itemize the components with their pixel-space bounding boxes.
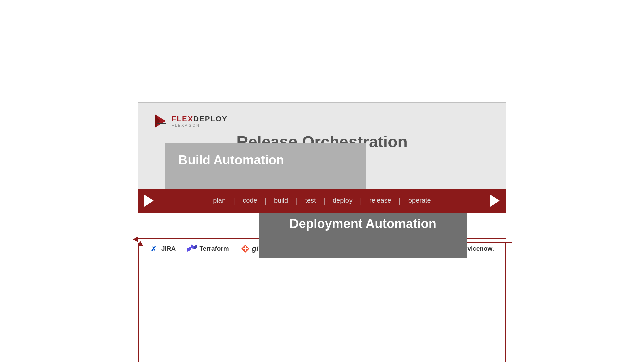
- svg-rect-9: [243, 248, 248, 249]
- pipeline-step-deploy: deploy: [325, 197, 360, 204]
- pipeline-divider-2: |: [265, 196, 267, 205]
- pipeline-step-operate: operate: [401, 197, 438, 204]
- arrow-left-side: [138, 243, 139, 362]
- tool-jira: ✗ JIRA: [150, 244, 176, 253]
- git-icon: [240, 244, 250, 253]
- pipeline-step-build: build: [267, 197, 296, 204]
- logo-text: FlexDeploy Flexagon: [172, 115, 228, 127]
- arrow-right-side: [505, 243, 506, 362]
- jira-icon: ✗: [150, 244, 159, 253]
- pipeline-divider-3: |: [296, 196, 298, 205]
- pipeline-divider-5: |: [360, 196, 362, 205]
- flexdeploy-logo: FlexDeploy Flexagon: [152, 113, 492, 129]
- svg-text:✗: ✗: [151, 245, 156, 253]
- tool-terraform: Terraform: [187, 244, 229, 254]
- release-orchestration-card: FlexDeploy Flexagon Release Orchestratio…: [138, 102, 506, 192]
- logo-sub: Flexagon: [172, 123, 228, 127]
- terraform-icon: [187, 244, 197, 254]
- pipeline-play-left-icon: [144, 195, 154, 207]
- pipeline-divider-4: |: [323, 196, 325, 205]
- pipeline-step-release: release: [362, 197, 399, 204]
- logo-brand-flex: Flex: [172, 115, 193, 123]
- diagram-wrapper: FlexDeploy Flexagon Release Orchestratio…: [121, 102, 523, 260]
- pipeline-step-test: test: [298, 197, 323, 204]
- pipeline-divider-6: |: [399, 196, 401, 205]
- svg-marker-4: [191, 244, 194, 249]
- pipeline-steps: plan | code | build | test | deploy | re…: [154, 196, 490, 205]
- tool-git: git: [240, 244, 261, 253]
- terraform-label: Terraform: [199, 245, 229, 252]
- deployment-automation-card: Deployment Automation: [259, 206, 467, 258]
- logo-brand-deploy: Deploy: [193, 115, 227, 123]
- build-automation-title: Build Automation: [178, 153, 353, 167]
- logo-brand: FlexDeploy: [172, 115, 228, 123]
- pipeline-step-code: code: [235, 197, 264, 204]
- pipeline-divider-1: |: [233, 196, 235, 205]
- jira-label: JIRA: [161, 245, 176, 252]
- svg-marker-5: [194, 244, 197, 249]
- pipeline-bar: plan | code | build | test | deploy | re…: [138, 189, 506, 213]
- svg-marker-6: [187, 247, 191, 252]
- pipeline-step-plan: plan: [206, 197, 233, 204]
- pipeline-play-right-icon: [490, 195, 500, 207]
- build-automation-card: Build Automation Deployment Automation: [165, 143, 366, 194]
- flexdeploy-logo-icon: [152, 113, 168, 129]
- deployment-automation-title: Deployment Automation: [272, 217, 453, 231]
